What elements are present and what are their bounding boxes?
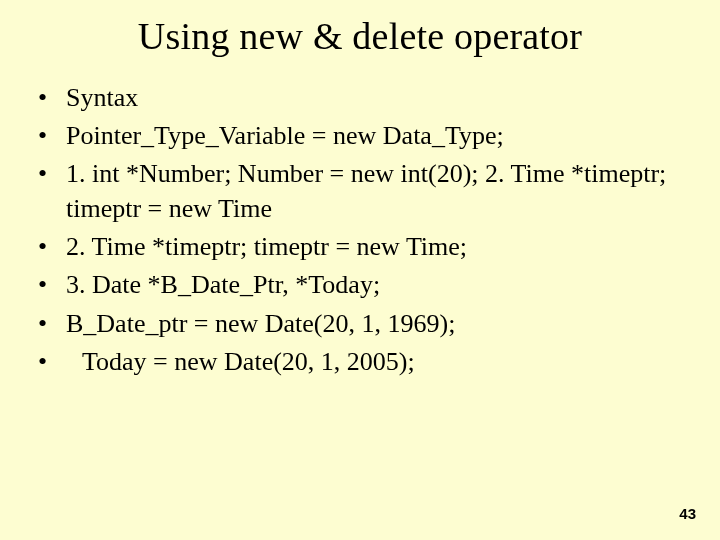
- page-number: 43: [679, 505, 696, 522]
- bullet-item: Pointer_Type_Variable = new Data_Type;: [34, 118, 686, 153]
- bullet-item: Today = new Date(20, 1, 2005);: [34, 344, 686, 379]
- slide-title: Using new & delete operator: [34, 14, 686, 58]
- bullet-item: 3. Date *B_Date_Ptr, *Today;: [34, 267, 686, 302]
- bullet-text: Today = new Date(20, 1, 2005);: [66, 347, 415, 376]
- bullet-item: 1. int *Number; Number = new int(20); 2.…: [34, 156, 686, 226]
- bullet-item: B_Date_ptr = new Date(20, 1, 1969);: [34, 306, 686, 341]
- bullet-item: 2. Time *timeptr; timeptr = new Time;: [34, 229, 686, 264]
- bullet-item: Syntax: [34, 80, 686, 115]
- slide-container: Using new & delete operator Syntax Point…: [0, 0, 720, 540]
- bullet-list: Syntax Pointer_Type_Variable = new Data_…: [34, 80, 686, 379]
